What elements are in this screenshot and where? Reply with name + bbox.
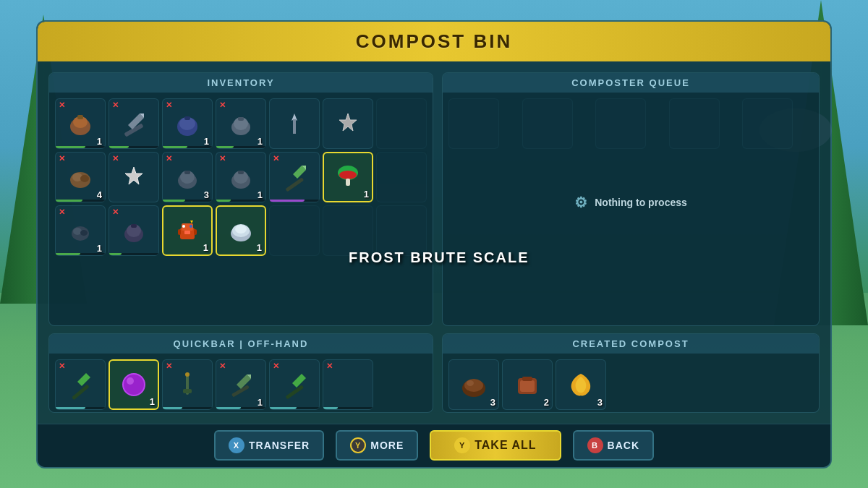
- back-btn-icon: B: [587, 437, 603, 453]
- gear-icon: ⚙: [574, 194, 587, 211]
- composter-queue-header: COMPOSTER QUEUE: [443, 73, 819, 93]
- quickbar-item-4[interactable]: ✕ 1: [216, 359, 266, 410]
- nothing-to-process-text: Nothing to process: [595, 197, 687, 208]
- compost-item-1[interactable]: 3: [448, 359, 499, 410]
- inventory-item-20[interactable]: [323, 205, 373, 256]
- svg-point-40: [190, 225, 192, 228]
- transfer-btn-label: TRANSFER: [249, 440, 310, 451]
- item-x-15: ✕: [59, 207, 65, 217]
- more-button[interactable]: Y MORE: [336, 430, 418, 461]
- inventory-item-7[interactable]: [376, 98, 427, 149]
- inventory-item-15[interactable]: ✕ 1: [55, 205, 106, 256]
- inventory-item-13[interactable]: 1: [323, 152, 373, 202]
- inventory-item-14[interactable]: [376, 152, 427, 202]
- qb-count-2: 1: [150, 396, 155, 407]
- quickbar-section: QUICKBAR | OFF-HAND ✕ 1: [48, 333, 433, 413]
- quickbar-item-5[interactable]: ✕: [269, 359, 320, 410]
- inventory-item-21[interactable]: [376, 205, 427, 256]
- back-button[interactable]: B BACK: [573, 430, 654, 461]
- item-count-1: 1: [97, 136, 102, 147]
- take-all-btn-icon: Y: [454, 437, 470, 453]
- compost-item-2[interactable]: 2: [502, 359, 553, 410]
- svg-point-33: [80, 230, 88, 236]
- queue-slot-4[interactable]: [669, 98, 720, 149]
- compost-count-3: 3: [597, 397, 603, 408]
- svg-rect-25: [285, 177, 304, 192]
- right-panel: COMPOSTER QUEUE ⚙ Nothing to process CRE…: [442, 72, 820, 413]
- take-all-button[interactable]: Y TAKE ALL: [430, 430, 561, 461]
- compost-count-1: 3: [490, 397, 495, 408]
- quickbar-item-1[interactable]: ✕: [55, 359, 106, 410]
- transfer-button[interactable]: X TRANSFER: [214, 430, 324, 461]
- svg-rect-30: [346, 179, 350, 186]
- qb-x-5: ✕: [273, 361, 279, 371]
- item-x-12: ✕: [273, 154, 279, 163]
- item-count-17: 1: [203, 242, 208, 253]
- inventory-item-11[interactable]: ✕ 1: [216, 152, 266, 202]
- more-btn-label: MORE: [370, 440, 404, 451]
- queue-slot-1[interactable]: [448, 98, 499, 149]
- svg-point-29: [339, 171, 357, 179]
- svg-marker-49: [77, 373, 90, 386]
- svg-rect-43: [194, 229, 197, 235]
- item-x-3: ✕: [166, 100, 172, 110]
- inventory-item-18[interactable]: 1: [216, 205, 266, 256]
- queue-slot-5[interactable]: [742, 98, 793, 149]
- inventory-grid: ✕ 1 ✕ ✕ 1: [49, 93, 433, 262]
- svg-rect-59: [285, 385, 304, 399]
- composter-section: COMPOSTER QUEUE ⚙ Nothing to process: [442, 72, 820, 326]
- qb-x-4: ✕: [219, 361, 226, 371]
- inventory-item-5[interactable]: [269, 98, 320, 149]
- item-count-8: 4: [97, 189, 102, 200]
- svg-point-54: [185, 372, 190, 377]
- composter-queue-grid: [443, 93, 819, 179]
- inventory-item-10[interactable]: ✕ 3: [162, 152, 213, 202]
- compost-item-3[interactable]: 3: [556, 359, 606, 410]
- item-count-18: 1: [257, 242, 262, 253]
- svg-point-51: [127, 377, 134, 385]
- quickbar-header: QUICKBAR | OFF-HAND: [49, 334, 433, 354]
- inventory-item-12[interactable]: ✕: [269, 152, 320, 202]
- svg-marker-44: [190, 221, 193, 223]
- panel-title: COMPOST BIN: [38, 30, 830, 53]
- svg-rect-36: [131, 224, 137, 228]
- item-x-11: ✕: [219, 154, 226, 163]
- more-btn-icon: Y: [350, 437, 366, 453]
- quickbar-item-2[interactable]: 1: [109, 359, 159, 410]
- svg-rect-11: [238, 117, 244, 121]
- quickbar-item-3[interactable]: ✕: [162, 359, 213, 410]
- quickbar-item-6[interactable]: ✕: [323, 359, 373, 410]
- item-count-3: 1: [204, 136, 209, 147]
- svg-rect-8: [184, 116, 190, 120]
- inventory-item-9[interactable]: ✕: [109, 152, 159, 202]
- svg-point-63: [467, 380, 474, 386]
- inventory-section: INVENTORY ✕ 1 ✕: [48, 72, 433, 326]
- queue-slot-3[interactable]: [595, 98, 646, 149]
- inventory-item-4[interactable]: ✕ 1: [216, 98, 266, 149]
- inventory-item-3[interactable]: ✕ 1: [162, 98, 213, 149]
- qb-x-6: ✕: [326, 361, 333, 371]
- queue-slot-2[interactable]: [522, 98, 573, 149]
- inventory-item-1[interactable]: ✕ 1: [55, 98, 106, 149]
- svg-rect-66: [522, 377, 532, 381]
- svg-rect-48: [72, 384, 90, 400]
- inventory-header: INVENTORY: [49, 73, 433, 93]
- main-panel: COMPOST BIN INVENTORY ✕ 1: [36, 20, 832, 468]
- inventory-item-17[interactable]: 1: [162, 205, 213, 256]
- svg-rect-42: [178, 229, 181, 235]
- back-btn-label: BACK: [608, 440, 639, 451]
- inventory-item-16[interactable]: ✕: [109, 205, 159, 256]
- created-compost-section: CREATED COMPOST 3: [442, 333, 820, 413]
- inventory-item-6[interactable]: [323, 98, 373, 149]
- svg-point-17: [80, 175, 89, 182]
- svg-marker-60: [292, 374, 306, 388]
- created-compost-header: CREATED COMPOST: [443, 334, 819, 354]
- item-x-9: ✕: [112, 154, 119, 163]
- item-x-10: ✕: [166, 154, 172, 163]
- inventory-item-19[interactable]: [269, 205, 320, 256]
- inventory-item-2[interactable]: ✕: [109, 98, 159, 149]
- svg-point-32: [73, 228, 82, 235]
- svg-rect-24: [238, 171, 244, 174]
- inventory-item-8[interactable]: ✕ 4: [55, 152, 106, 202]
- title-bar: COMPOST BIN: [38, 22, 830, 61]
